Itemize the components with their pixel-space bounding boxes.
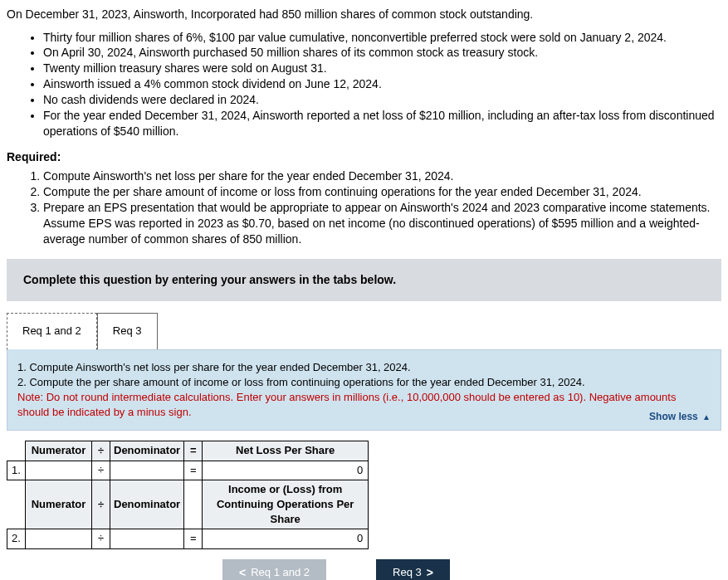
denominator-input-1[interactable]: [110, 461, 184, 480]
header-numerator: Numerator: [26, 441, 92, 461]
result-net-loss-per-share: 0: [203, 461, 369, 480]
equals-symbol-2: =: [184, 529, 203, 548]
requirement-item: Compute the per share amount of income o…: [43, 184, 721, 200]
header-numerator-2: Numerator: [26, 480, 92, 529]
calculation-table: Numerator ÷ Denominator = Net Loss Per S…: [7, 441, 369, 548]
caret-up-icon: ▲: [702, 412, 711, 423]
header-denominator-2: Denominator: [110, 480, 184, 529]
header-equals: =: [184, 441, 203, 461]
numerator-input-2[interactable]: [26, 529, 92, 548]
next-button[interactable]: Req 3 >: [376, 559, 450, 580]
tab-instruction-line: 2. Compute the per share amount of incom…: [17, 375, 711, 390]
required-heading: Required:: [7, 149, 721, 166]
tab-instruction-line: 1. Compute Ainsworth's net loss per shar…: [17, 360, 711, 375]
fact-item: Thirty four million shares of 6%, $100 p…: [43, 30, 721, 46]
tab-strip: Req 1 and 2 Req 3: [7, 313, 721, 349]
chevron-right-icon: >: [427, 566, 433, 579]
fact-list: Thirty four million shares of 6%, $100 p…: [7, 30, 721, 139]
nav-button-row: < Req 1 and 2 Req 3 >: [222, 559, 721, 580]
row-index-1: 1.: [7, 461, 26, 480]
fact-item: No cash dividends were declared in 2024.: [43, 92, 721, 108]
header-continuing-ops-per-share: Income or (Loss) from Continuing Operati…: [203, 480, 369, 529]
requirement-item: Compute Ainsworth's net loss per share f…: [43, 168, 721, 184]
fact-item: Ainsworth issued a 4% common stock divid…: [43, 76, 721, 92]
chevron-left-icon: <: [239, 566, 246, 579]
fact-item: Twenty million treasury shares were sold…: [43, 61, 721, 76]
denominator-input-2[interactable]: [110, 529, 184, 548]
tab-note: Note: Do not round intermediate calculat…: [17, 390, 711, 420]
tab-req-1-and-2[interactable]: Req 1 and 2: [7, 313, 97, 349]
next-button-label: Req 3: [393, 566, 422, 578]
show-less-toggle[interactable]: Show less ▲: [649, 410, 711, 424]
header-net-loss-per-share: Net Loss Per Share: [203, 441, 369, 461]
instruction-banner: Complete this question by entering your …: [7, 259, 721, 302]
row-index-2: 2.: [7, 529, 26, 548]
divide-symbol-2: ÷: [92, 529, 110, 548]
prev-button[interactable]: < Req 1 and 2: [222, 559, 326, 580]
header-divide: ÷: [92, 441, 110, 461]
result-continuing-ops-per-share: 0: [203, 529, 369, 548]
header-denominator: Denominator: [110, 441, 184, 461]
prev-button-label: Req 1 and 2: [251, 566, 310, 578]
requirements-list: Compute Ainsworth's net loss per share f…: [7, 168, 721, 246]
equals-symbol: =: [184, 461, 203, 480]
show-less-label: Show less: [649, 411, 698, 422]
tab-req-3[interactable]: Req 3: [97, 313, 158, 349]
requirement-item: Prepare an EPS presentation that would b…: [43, 200, 721, 247]
fact-item: For the year ended December 31, 2024, Ai…: [43, 108, 721, 139]
divide-symbol: ÷: [92, 461, 110, 480]
numerator-input-1[interactable]: [26, 461, 92, 480]
problem-intro: On December 31, 2023, Ainsworth, Incorpo…: [7, 7, 721, 23]
header-divide-2: ÷: [92, 480, 110, 529]
tab-panel-req-1-and-2: 1. Compute Ainsworth's net loss per shar…: [7, 349, 721, 431]
fact-item: On April 30, 2024, Ainsworth purchased 5…: [43, 45, 721, 61]
